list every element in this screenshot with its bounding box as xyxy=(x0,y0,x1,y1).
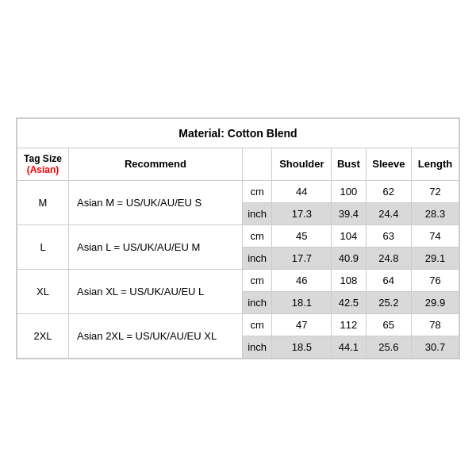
col-recommend: Recommend xyxy=(69,148,243,180)
unit-m-inch: inch xyxy=(242,202,272,225)
unit-xl-cm: cm xyxy=(242,269,272,291)
row-l-cm: L Asian L = US/UK/AU/EU M cm 45 104 63 7… xyxy=(17,225,459,247)
size-m: M xyxy=(17,180,69,225)
m-inch-sleeve: 24.4 xyxy=(366,202,411,225)
2xl-inch-sleeve: 25.6 xyxy=(366,336,411,358)
unit-l-inch: inch xyxy=(242,247,272,269)
xl-cm-length: 76 xyxy=(412,269,459,291)
rec-2xl: Asian 2XL = US/UK/AU/EU XL xyxy=(69,313,243,358)
unit-m-cm: cm xyxy=(242,180,272,202)
title-row: Material: Cotton Blend xyxy=(17,118,459,148)
header-row: Tag Size (Asian) Recommend Shoulder Bust… xyxy=(17,148,459,180)
col-shoulder: Shoulder xyxy=(272,148,332,180)
unit-l-cm: cm xyxy=(242,225,272,247)
xl-inch-bust: 42.5 xyxy=(332,291,366,313)
m-cm-bust: 100 xyxy=(332,180,366,202)
size-l: L xyxy=(17,225,69,269)
l-inch-length: 29.1 xyxy=(412,247,459,269)
2xl-cm-shoulder: 47 xyxy=(272,313,332,336)
unit-2xl-inch: inch xyxy=(242,336,272,358)
xl-inch-shoulder: 18.1 xyxy=(272,291,332,313)
xl-cm-sleeve: 64 xyxy=(366,269,411,291)
l-cm-length: 74 xyxy=(412,225,459,247)
xl-cm-shoulder: 46 xyxy=(272,269,332,291)
col-tag-size: Tag Size (Asian) xyxy=(17,148,69,180)
row-2xl-cm: 2XL Asian 2XL = US/UK/AU/EU XL cm 47 112… xyxy=(17,313,459,336)
size-2xl: 2XL xyxy=(17,313,69,358)
col-bust: Bust xyxy=(332,148,366,180)
unit-2xl-cm: cm xyxy=(242,313,272,336)
rec-xl: Asian XL = US/UK/AU/EU L xyxy=(69,269,243,313)
m-inch-length: 28.3 xyxy=(412,202,459,225)
l-inch-shoulder: 17.7 xyxy=(272,247,332,269)
unit-xl-inch: inch xyxy=(242,291,272,313)
rec-l: Asian L = US/UK/AU/EU M xyxy=(69,225,243,269)
m-inch-shoulder: 17.3 xyxy=(272,202,332,225)
2xl-cm-sleeve: 65 xyxy=(366,313,411,336)
size-chart: Material: Cotton Blend Tag Size (Asian) … xyxy=(16,117,460,359)
m-inch-bust: 39.4 xyxy=(332,202,366,225)
xl-inch-sleeve: 25.2 xyxy=(366,291,411,313)
l-inch-bust: 40.9 xyxy=(332,247,366,269)
l-cm-shoulder: 45 xyxy=(272,225,332,247)
2xl-cm-bust: 112 xyxy=(332,313,366,336)
size-xl: XL xyxy=(17,269,69,313)
col-unit xyxy=(242,148,272,180)
xl-inch-length: 29.9 xyxy=(412,291,459,313)
2xl-inch-bust: 44.1 xyxy=(332,336,366,358)
l-cm-bust: 104 xyxy=(332,225,366,247)
2xl-cm-length: 78 xyxy=(412,313,459,336)
m-cm-sleeve: 62 xyxy=(366,180,411,202)
m-cm-length: 72 xyxy=(412,180,459,202)
2xl-inch-shoulder: 18.5 xyxy=(272,336,332,358)
col-sleeve: Sleeve xyxy=(366,148,411,180)
col-length: Length xyxy=(412,148,459,180)
xl-cm-bust: 108 xyxy=(332,269,366,291)
l-inch-sleeve: 24.8 xyxy=(366,247,411,269)
l-cm-sleeve: 63 xyxy=(366,225,411,247)
rec-m: Asian M = US/UK/AU/EU S xyxy=(69,180,243,225)
2xl-inch-length: 30.7 xyxy=(412,336,459,358)
row-xl-cm: XL Asian XL = US/UK/AU/EU L cm 46 108 64… xyxy=(17,269,459,291)
m-cm-shoulder: 44 xyxy=(272,180,332,202)
row-m-cm: M Asian M = US/UK/AU/EU S cm 44 100 62 7… xyxy=(17,180,459,202)
chart-title: Material: Cotton Blend xyxy=(17,118,459,148)
